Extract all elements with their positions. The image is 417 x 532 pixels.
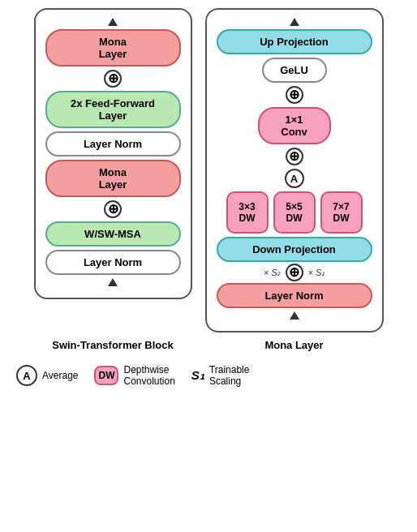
swin-bot-arrow (108, 278, 118, 286)
legend-dw: DW Depthwise Convolution (94, 364, 174, 387)
w-sw-msa: W/SW-MSA (45, 221, 181, 247)
mona-bot-arrow (290, 311, 299, 320)
legend-s1: S₁ Trainable Scaling (191, 364, 250, 387)
dw3: 3×3DW (226, 191, 269, 234)
sum-circle-mid: ⊕ (104, 200, 122, 218)
sum-circle-conv: ⊕ (286, 148, 303, 165)
mona-label: Mona Layer (205, 339, 384, 351)
sum-circle-top: ⊕ (104, 70, 122, 88)
circle-a: A (285, 169, 304, 188)
down-projection: Down Projection (217, 237, 372, 262)
dw-symbol: DW (98, 370, 114, 381)
dw-label: Depthwise Convolution (123, 364, 174, 387)
sum-circle-bot: ⊕ (286, 264, 303, 281)
gelu: GeLU (262, 58, 327, 83)
mona-block: Up Projection GeLU ⊕ 1×1 Conv ⊕ A 3×3DW … (205, 8, 384, 332)
legend-row: A Average DW Depthwise Convolution S₁ Tr… (8, 359, 409, 392)
label-row: Swin-Transformer Block Mona Layer (8, 339, 409, 351)
legend-average: A Average (16, 365, 78, 386)
mona-top-arrow (290, 18, 299, 26)
x-s2-label: × S₂ (264, 268, 281, 278)
s1-symbol: S₁ (191, 368, 204, 383)
dw7: 7×7DW (320, 191, 363, 234)
dw-row: 3×3DW 5×5DW 7×7DW (217, 191, 372, 234)
layer-norm-top: Layer Norm (45, 131, 181, 157)
up-projection: Up Projection (217, 29, 372, 54)
main-container: MonaLayer ⊕ 2x Feed-ForwardLayer Layer N… (0, 0, 417, 392)
a-symbol: A (23, 370, 30, 382)
dw5: 5×5DW (273, 191, 316, 234)
ff-layer: 2x Feed-ForwardLayer (45, 91, 181, 128)
mona-layer-top: MonaLayer (45, 29, 181, 66)
mona-layer-norm: Layer Norm (217, 283, 372, 308)
average-label: Average (42, 370, 78, 381)
x-s1-label: × S₁ (308, 268, 325, 278)
mona-layer-mid: MonaLayer (45, 160, 181, 197)
s1-desc: Trainable Scaling (209, 364, 250, 387)
swin-top-arrow (108, 18, 118, 26)
sum-circle-gelu: ⊕ (286, 86, 303, 104)
legend-dw-box: DW (94, 366, 118, 385)
swin-label: Swin-Transformer Block (34, 339, 192, 351)
conv1x1: 1×1 Conv (258, 107, 331, 144)
diagrams-row: MonaLayer ⊕ 2x Feed-ForwardLayer Layer N… (8, 8, 409, 332)
s2-row: × S₂ ⊕ × S₁ (217, 264, 372, 281)
legend-circle-a: A (16, 365, 37, 386)
swin-block: MonaLayer ⊕ 2x Feed-ForwardLayer Layer N… (34, 8, 192, 299)
layer-norm-bot: Layer Norm (45, 250, 181, 275)
